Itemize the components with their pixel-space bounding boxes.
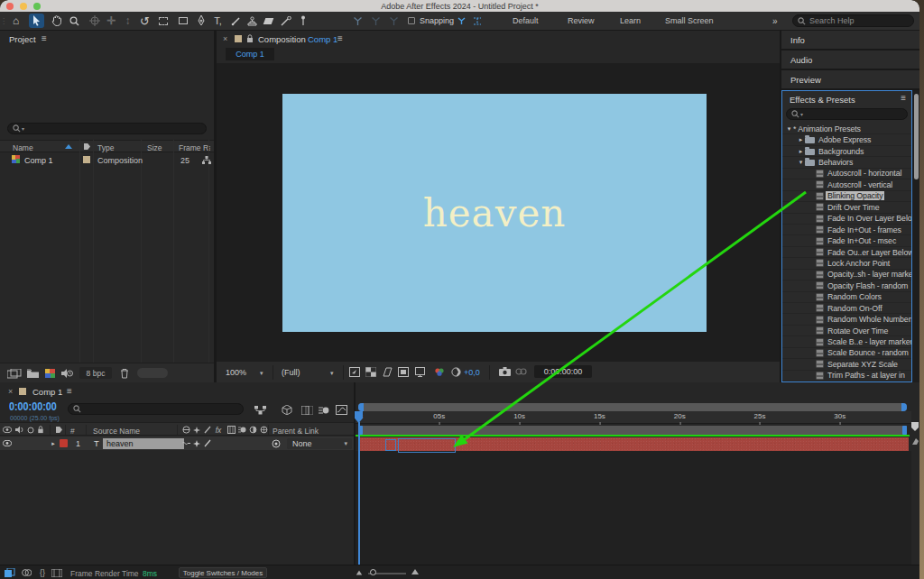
- trash-icon[interactable]: [120, 368, 129, 379]
- zoom-level-dropdown[interactable]: 100%: [226, 368, 246, 377]
- parent-pickwhip-icon[interactable]: [271, 438, 282, 448]
- workspace-tab[interactable]: Review: [568, 16, 595, 25]
- comp-marker-icon[interactable]: [911, 422, 919, 431]
- effects-tree-item[interactable]: Behaviors: [782, 157, 911, 168]
- axis-mode-local-tool[interactable]: [350, 14, 365, 28]
- project-panel-menu-icon[interactable]: ≡: [42, 33, 47, 43]
- audio-panel-header[interactable]: Audio: [781, 51, 919, 69]
- composition-viewer[interactable]: heaven: [217, 63, 780, 361]
- effects-tree-item[interactable]: Scale B..e - layer markers: [782, 336, 911, 347]
- effects-tree-item[interactable]: Adobe Express: [782, 134, 911, 145]
- effects-tree-item[interactable]: Random Colors: [782, 292, 911, 303]
- work-area-end-handle[interactable]: [902, 426, 907, 435]
- lock-icon[interactable]: [246, 34, 254, 43]
- effects-tree-item[interactable]: Trim Paths - at layer in: [782, 371, 911, 381]
- effects-tree-item[interactable]: Fade In+Out - msec: [782, 235, 911, 246]
- layer-color-swatch[interactable]: [60, 439, 68, 447]
- snapping-checkbox[interactable]: [408, 17, 415, 24]
- render-queue-icon[interactable]: [51, 567, 63, 578]
- effects-tree-item[interactable]: Fade In Over Layer Below: [782, 214, 911, 225]
- project-footer-scrollthumb[interactable]: [137, 368, 168, 378]
- roto-brush-tool[interactable]: [278, 14, 293, 28]
- layer-motion-blur-icon[interactable]: [202, 438, 213, 448]
- effects-tree-item[interactable]: Separate XYZ Scale: [782, 359, 911, 370]
- source-name-column-label[interactable]: Source Name: [93, 427, 140, 436]
- preview-panel-header[interactable]: Preview: [781, 70, 919, 88]
- label-color-swatch[interactable]: [83, 156, 90, 163]
- column-type[interactable]: Type: [97, 143, 114, 152]
- project-panel-title[interactable]: Project: [9, 34, 36, 44]
- zoom-out-mountain-icon[interactable]: [356, 571, 362, 575]
- layer-video-icon[interactable]: [2, 438, 13, 448]
- camera-tool[interactable]: [155, 14, 171, 28]
- clone-stamp-tool[interactable]: [245, 14, 260, 28]
- effects-tree-item[interactable]: Autoscroll - horizontal: [782, 169, 911, 179]
- timeline-search-field[interactable]: [68, 403, 244, 415]
- selection-tool[interactable]: [29, 14, 44, 28]
- layer-twirl-icon[interactable]: ▸: [48, 438, 59, 448]
- help-search-field[interactable]: Search Help: [792, 14, 914, 27]
- layer-quality-icon[interactable]: [180, 438, 191, 448]
- effects-tree-item[interactable]: Scale Bounce - random: [782, 348, 911, 359]
- info-panel-header[interactable]: Info: [781, 31, 919, 49]
- effects-tree-item[interactable]: Blinking Opacity: [782, 191, 911, 202]
- effects-panel-menu-icon[interactable]: ≡: [901, 93, 906, 103]
- effects-tree-item[interactable]: Autoscroll - vertical: [782, 179, 911, 190]
- workspace-tab[interactable]: Learn: [620, 16, 641, 25]
- column-name[interactable]: Name: [13, 143, 33, 152]
- mask-visibility-icon[interactable]: [381, 366, 393, 377]
- twirl-icon[interactable]: [785, 125, 793, 133]
- playhead-line[interactable]: [358, 422, 360, 565]
- effects-tree-item[interactable]: Backgrounds: [782, 146, 911, 157]
- render-current-icon[interactable]: [4, 567, 16, 578]
- brush-tool[interactable]: [228, 14, 244, 28]
- mini-flowchart-icon[interactable]: [253, 404, 267, 416]
- timeline-current-time[interactable]: 0:00:00:00: [9, 400, 57, 413]
- parent-dropdown[interactable]: None▾: [287, 438, 352, 449]
- effects-presets-title[interactable]: Effects & Presets: [790, 95, 855, 105]
- screen-capture-icon[interactable]: [413, 366, 426, 377]
- effects-tree-item[interactable]: * Animation Presets: [782, 124, 911, 134]
- effects-tree-item[interactable]: Fade Ou..er Layer Below: [782, 247, 911, 258]
- composition-canvas[interactable]: heaven: [282, 94, 707, 332]
- work-area-bar[interactable]: [358, 426, 907, 435]
- effects-tree-item[interactable]: Opacity Flash - random: [782, 280, 911, 291]
- axis-mode-world-tool[interactable]: [368, 14, 383, 28]
- draft-icon[interactable]: [20, 567, 32, 578]
- footage-icon[interactable]: [7, 369, 22, 379]
- parent-link-column-label[interactable]: Parent & Link: [273, 427, 319, 436]
- interpret-footage-icon[interactable]: [60, 368, 73, 379]
- puppet-pin-tool[interactable]: [295, 14, 310, 28]
- nav-scrollbar-left-cap[interactable]: [358, 403, 364, 411]
- nav-scrollbar-right-cap[interactable]: [901, 403, 907, 411]
- layer-row[interactable]: ▸ 1 T heaven None▾: [0, 437, 354, 450]
- column-size[interactable]: Size: [147, 143, 162, 152]
- home-tool[interactable]: ⌂: [8, 14, 23, 28]
- pan-camera-tool[interactable]: ✛: [104, 14, 119, 28]
- project-bit-depth[interactable]: 8 bpc: [79, 367, 112, 379]
- orbit-camera-tool[interactable]: [87, 14, 102, 28]
- project-search-field[interactable]: ▾: [7, 123, 207, 134]
- exposure-icon[interactable]: [449, 366, 462, 377]
- transparency-grid-icon[interactable]: [365, 366, 377, 377]
- composition-panel-comp-name[interactable]: Comp 1: [308, 34, 337, 44]
- composition-panel-title[interactable]: Composition: [258, 34, 306, 44]
- draft-3d-icon[interactable]: [280, 404, 294, 416]
- eraser-tool[interactable]: [261, 14, 276, 28]
- exposure-value[interactable]: +0,0: [464, 368, 480, 377]
- axis-mode-view-tool[interactable]: [386, 14, 402, 28]
- layer-name[interactable]: heaven: [103, 438, 184, 449]
- channel-rgb-icon[interactable]: [433, 366, 446, 377]
- workspace-overflow-chevrons[interactable]: »: [772, 16, 778, 26]
- show-snapshot-icon[interactable]: [514, 366, 527, 377]
- hand-tool[interactable]: [49, 14, 64, 28]
- snapshot-camera-icon[interactable]: [498, 366, 511, 377]
- comp-button-icon[interactable]: [911, 437, 919, 446]
- twirl-icon[interactable]: [797, 136, 805, 143]
- type-tool[interactable]: T,: [210, 14, 226, 28]
- composition-tab[interactable]: Comp 1: [226, 48, 274, 60]
- composition-panel-menu-icon[interactable]: ≡: [337, 33, 343, 43]
- pen-tool[interactable]: [193, 14, 208, 28]
- label-column-icon[interactable]: [84, 143, 90, 150]
- snap-features-icon[interactable]: [454, 14, 469, 28]
